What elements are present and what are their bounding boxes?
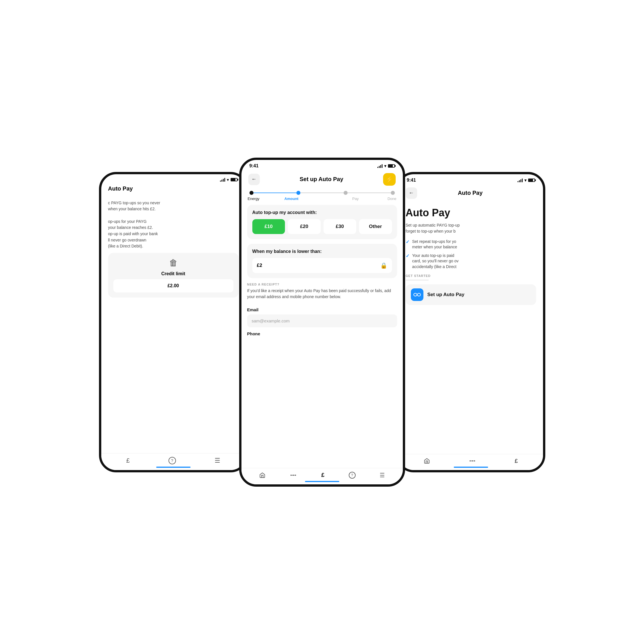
- usage-icon-center: [290, 473, 297, 477]
- signal-icon-left: [220, 178, 225, 182]
- bottom-nav-right: £: [399, 454, 543, 470]
- billing-icon-right: £: [515, 458, 518, 464]
- action-btn-center[interactable]: ⚡: [383, 173, 396, 186]
- nav-billing-center[interactable]: £: [321, 472, 324, 478]
- nav-usage-right[interactable]: [469, 459, 476, 463]
- nav-home-right[interactable]: [424, 458, 430, 464]
- step-dot-pay: [344, 191, 348, 195]
- bottom-nav-left: £ ? ☰: [101, 453, 245, 470]
- setup-btn-label: Set up Auto Pay: [427, 292, 465, 298]
- balance-card-title: When my balance is lower than:: [252, 249, 392, 254]
- receipt-section: NEED A RECEIPT? If you'd like a receipt …: [247, 283, 397, 307]
- bottom-nav-center: £ ? ☰: [241, 468, 403, 484]
- email-field-container: Email sam@example.com: [247, 307, 397, 327]
- auto-pay-description: Set up automatic PAYG top-upforget to to…: [406, 222, 536, 234]
- setup-auto-pay-button[interactable]: Set up Auto Pay: [406, 284, 536, 305]
- lightning-icon-center: ⚡: [386, 176, 393, 183]
- trash-icon: 🗑: [169, 258, 178, 268]
- left-content: c PAYG top-ups so you neverwhen your bal…: [101, 195, 245, 302]
- amount-grid: £10 £20 £30 Other: [252, 219, 392, 234]
- phone-label: Phone: [247, 331, 397, 336]
- email-label: Email: [247, 307, 397, 312]
- left-desc-line1: c PAYG top-ups so you neverwhen your bal…: [108, 201, 160, 211]
- nav-home-center[interactable]: [259, 472, 265, 478]
- wifi-icon-right: ▾: [524, 178, 526, 183]
- phone-field-container: Phone: [247, 331, 397, 336]
- battery-icon-center: [388, 164, 395, 168]
- status-time-right: 9:41: [407, 178, 416, 183]
- help-icon-left: ?: [169, 457, 176, 464]
- status-bar-center: 9:41 ▾: [241, 160, 403, 171]
- back-arrow-right: ←: [409, 190, 414, 196]
- step-dot-amount: [296, 191, 300, 195]
- delete-icon-container: 🗑: [113, 258, 233, 268]
- receipt-description: If you'd like a receipt when your Auto P…: [247, 288, 397, 300]
- left-desc-line2: op-ups for your PAYGyour balance reaches…: [108, 219, 158, 249]
- check-item-2: ✓ Your auto top-up is paidcard, so you'l…: [406, 253, 536, 270]
- status-icons-right: ▾: [518, 178, 535, 183]
- left-card: 🗑 Credit limit £2.00: [108, 253, 239, 298]
- nav-billing-left[interactable]: £: [126, 457, 130, 464]
- bottom-indicator-center: [305, 481, 339, 482]
- home-icon-center: [259, 472, 265, 478]
- check-text-2: Your auto top-up is paidcard, so you'll …: [412, 253, 459, 270]
- balance-value: £2: [257, 263, 262, 268]
- nav-menu-left[interactable]: ☰: [215, 457, 220, 464]
- back-arrow-center: ←: [251, 176, 257, 182]
- stepper-labels: Energy Amount Pay Done: [249, 197, 395, 201]
- credit-limit-label: Credit limit: [113, 271, 233, 276]
- step-label-done: Done: [387, 197, 396, 201]
- email-input[interactable]: sam@example.com: [247, 314, 397, 327]
- left-header: Auto Pay: [101, 184, 245, 195]
- infinity-icon: [411, 288, 423, 301]
- wifi-icon-center: ▾: [384, 164, 386, 168]
- balance-input-row: £2 🔒: [252, 258, 392, 273]
- nav-header-right: ← Auto Pay: [399, 185, 543, 202]
- right-title: Auto Pay: [458, 190, 483, 196]
- checkmark-2: ✓: [406, 253, 409, 259]
- home-icon-right: [424, 458, 430, 464]
- infinity-svg: [413, 293, 421, 297]
- phone-right: 9:41 ▾ ← Auto Pay: [397, 172, 545, 472]
- credit-amount-value: £2.00: [113, 279, 233, 292]
- battery-icon-left: [231, 178, 237, 181]
- check-list: ✓ Set repeat top-ups for yometer when yo…: [406, 239, 536, 270]
- usage-icon-right: [469, 459, 476, 463]
- billing-icon-center: £: [321, 472, 324, 478]
- topup-card-title: Auto top-up my account with:: [252, 210, 392, 215]
- nav-usage-center[interactable]: [290, 473, 297, 477]
- stepper-container: Energy Amount Pay Done: [241, 189, 403, 202]
- nav-help-left[interactable]: ?: [169, 457, 176, 464]
- billing-icon-left: £: [126, 457, 130, 464]
- nav-billing-right[interactable]: £: [515, 458, 518, 464]
- back-button-center[interactable]: ←: [248, 174, 260, 185]
- lock-icon: 🔒: [380, 262, 387, 269]
- center-content: Auto top-up my account with: £10 £20 £30…: [241, 202, 403, 463]
- amount-btn-30[interactable]: £30: [324, 219, 356, 234]
- topup-card: Auto top-up my account with: £10 £20 £30…: [247, 205, 397, 239]
- get-started-label: GET STARTED: [406, 274, 536, 278]
- status-icons-center: ▾: [377, 164, 395, 168]
- phone-left: ▾ Auto Pay c PAYG top-ups so you neverwh…: [99, 172, 248, 472]
- bottom-indicator-right: [454, 467, 488, 468]
- step-label-pay: Pay: [324, 197, 388, 201]
- right-content: Auto Pay Set up automatic PAYG top-upfor…: [399, 202, 543, 310]
- step-dot-energy: [249, 191, 253, 195]
- step-connector-1: [253, 193, 297, 193]
- nav-help-center[interactable]: ?: [349, 472, 356, 479]
- nav-menu-center[interactable]: ☰: [380, 472, 385, 479]
- divider-right: [406, 280, 429, 280]
- balance-card: When my balance is lower than: £2 🔒: [247, 244, 397, 278]
- status-bar-right: 9:41 ▾: [399, 174, 543, 185]
- stepper-dots: [249, 191, 395, 195]
- amount-btn-other[interactable]: Other: [359, 219, 392, 234]
- left-page-title: Auto Pay: [108, 185, 133, 192]
- signal-icon-center: [377, 164, 383, 168]
- amount-btn-10[interactable]: £10: [252, 219, 285, 234]
- step-label-amount: Amount: [259, 197, 324, 201]
- center-title: Set up Auto Pay: [300, 176, 343, 183]
- amount-btn-20[interactable]: £20: [288, 219, 321, 234]
- back-button-right[interactable]: ←: [406, 187, 417, 199]
- step-dot-done: [391, 191, 395, 195]
- check-item-1: ✓ Set repeat top-ups for yometer when yo…: [406, 239, 536, 250]
